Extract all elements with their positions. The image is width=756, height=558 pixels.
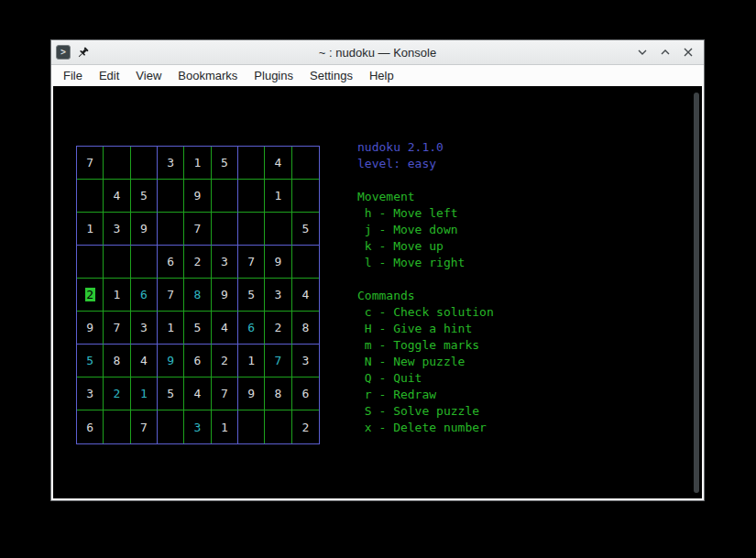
cell-value: 9 <box>194 189 202 202</box>
chevron-up-icon <box>660 47 671 58</box>
cell-value: 4 <box>140 354 148 367</box>
menu-item-plugins[interactable]: Plugins <box>246 69 301 82</box>
cell-value: 6 <box>194 354 202 367</box>
cell-r4c4: 6 <box>158 246 184 279</box>
cell-r8c8: 8 <box>265 377 291 410</box>
cell-r2c9 <box>292 180 319 213</box>
commands-title: Commands <box>357 289 494 305</box>
scrollbar-handle[interactable] <box>694 93 699 493</box>
cell-r6c9: 8 <box>292 312 319 345</box>
cell-value: 1 <box>86 222 93 235</box>
cursor-cell-value: 2 <box>85 288 95 301</box>
cell-r3c8 <box>265 213 291 246</box>
maximize-button[interactable] <box>658 46 672 60</box>
title-bar[interactable]: > ~ : nudoku — Konsole <box>51 40 704 65</box>
cell-value: 2 <box>194 255 202 268</box>
cell-r8c2: 2 <box>104 377 130 410</box>
cell-value: 3 <box>167 156 174 170</box>
cell-value: 3 <box>275 288 282 301</box>
cell-r7c2: 8 <box>104 345 130 377</box>
cell-value: 7 <box>221 387 228 400</box>
pin-icon[interactable] <box>76 46 90 60</box>
cell-r4c1 <box>77 246 104 279</box>
cell-r3c3: 9 <box>131 213 158 246</box>
cell-r9c8 <box>265 410 291 443</box>
movement-title: Movement <box>357 190 494 206</box>
menu-item-settings[interactable]: Settings <box>301 69 361 82</box>
cell-value: 4 <box>114 189 121 202</box>
cell-r7c5: 6 <box>184 345 211 377</box>
cell-value: 5 <box>167 387 174 400</box>
terminal-screen[interactable]: 7315445911397562379216789534973154628584… <box>53 86 702 498</box>
cell-r1c7 <box>238 147 265 180</box>
menu-item-file[interactable]: File <box>55 69 91 82</box>
cell-value: 3 <box>140 321 148 334</box>
cell-r1c6: 5 <box>212 147 238 180</box>
cell-value: 1 <box>167 321 174 334</box>
cell-value: 1 <box>194 156 202 170</box>
cell-r3c4 <box>158 213 184 246</box>
cell-value: 7 <box>247 255 255 268</box>
cell-value: 7 <box>167 288 174 301</box>
cell-value: 3 <box>301 354 309 367</box>
cell-value: 2 <box>301 421 309 434</box>
command-item: S - Solve puzzle <box>357 404 494 421</box>
command-item: x - Delete number <box>357 421 494 437</box>
cell-r2c8: 1 <box>265 180 291 213</box>
cell-r7c6: 2 <box>212 345 238 377</box>
cell-r5c8: 3 <box>265 279 291 312</box>
cell-value: 2 <box>275 321 282 334</box>
cell-r9c1: 6 <box>77 410 104 443</box>
cell-value: 9 <box>167 354 174 367</box>
cell-r9c9: 2 <box>292 410 319 443</box>
cell-value: 6 <box>301 387 309 400</box>
cell-r8c1: 3 <box>77 377 104 410</box>
cell-r8c5: 4 <box>184 377 211 410</box>
chevron-down-icon <box>637 47 648 58</box>
menu-item-bookmarks[interactable]: Bookmarks <box>170 69 246 82</box>
cell-r5c9: 4 <box>292 279 319 312</box>
cell-r7c9: 3 <box>292 345 319 377</box>
cell-value: 1 <box>140 387 148 400</box>
konsole-window: > ~ : nudoku — Konsole <box>50 39 705 501</box>
cell-r9c7 <box>238 410 265 443</box>
app-version: nudoku 2.1.0 <box>357 140 494 157</box>
cell-value: 4 <box>221 321 228 334</box>
cell-r7c7: 1 <box>238 345 265 377</box>
cell-r3c7 <box>238 213 265 246</box>
menu-item-edit[interactable]: Edit <box>91 69 127 82</box>
command-item: m - Toggle marks <box>357 338 494 355</box>
close-button[interactable] <box>681 46 695 60</box>
cell-value: 5 <box>194 321 202 334</box>
cell-value: 5 <box>247 288 255 301</box>
window-title: ~ : nudoku — Konsole <box>51 46 704 60</box>
terminal-app-icon[interactable]: > <box>56 45 71 60</box>
cell-r4c5: 2 <box>184 246 211 279</box>
menu-item-help[interactable]: Help <box>361 69 402 82</box>
movement-list: h - Move left j - Move down k - Move up … <box>357 206 494 272</box>
cell-value: 8 <box>114 354 121 367</box>
cell-value: 4 <box>301 288 309 301</box>
level-indicator: level: easy <box>357 157 494 173</box>
minimize-button[interactable] <box>635 46 649 60</box>
cell-value: 1 <box>275 189 282 202</box>
cell-r2c5: 9 <box>184 180 211 213</box>
cell-r6c8: 2 <box>265 312 291 345</box>
commands-list: c - Check solution H - Give a hint m - T… <box>357 305 494 437</box>
cell-r5c4: 7 <box>158 279 184 312</box>
cell-r3c2: 3 <box>104 213 130 246</box>
cell-r6c6: 4 <box>212 312 238 345</box>
cell-value: 9 <box>275 255 282 268</box>
cell-r2c1 <box>77 180 104 213</box>
menu-item-view[interactable]: View <box>127 69 170 82</box>
cell-value: 8 <box>275 387 282 400</box>
cell-value: 5 <box>221 156 228 170</box>
cell-value: 5 <box>86 354 93 367</box>
cell-value: 8 <box>194 288 202 301</box>
cell-r2c6 <box>212 180 238 213</box>
cell-value: 5 <box>301 222 309 235</box>
cell-r1c1: 7 <box>77 147 104 180</box>
cell-r4c9 <box>292 246 319 279</box>
cell-value: 6 <box>247 321 255 334</box>
cell-r2c4 <box>158 180 184 213</box>
